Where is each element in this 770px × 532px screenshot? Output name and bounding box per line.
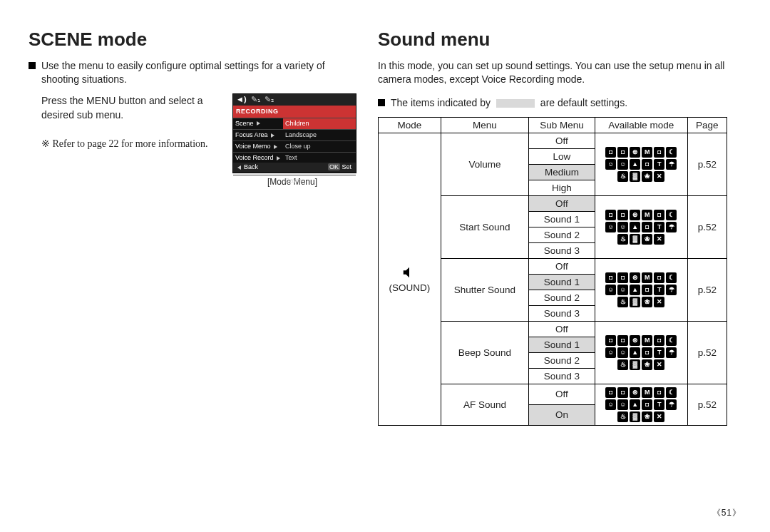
page-cell: p.52 — [687, 321, 727, 384]
mode-menu-screenshot: ◄) ✎₁ ✎₂ RECORDING SceneChildrenFocus Ar… — [232, 93, 356, 173]
submenu-cell: Sound 1 — [529, 211, 595, 227]
available-mode-cell: ◘◘⊛M◘☾☺☺▲◘T☂♨▓❀✕ — [595, 384, 687, 425]
ss-ok: OK — [328, 163, 340, 170]
page-number: 《51》 — [712, 507, 741, 519]
ss-left-cell — [233, 175, 283, 186]
back-arrow-icon — [237, 165, 241, 170]
scene-bullet-text: Use the menu to easily configure optimal… — [41, 59, 356, 86]
ss-right-cell: Children — [283, 118, 356, 129]
submenu-cell: Off — [529, 133, 595, 148]
bullet-icon — [378, 99, 385, 106]
th-avail: Available mode — [595, 117, 687, 133]
default-note: The items indicated by are default setti… — [391, 96, 627, 110]
page-cell: p.52 — [687, 258, 727, 321]
press-text: Press the MENU button and select a desir… — [41, 93, 228, 123]
available-mode-cell: ◘◘⊛M◘☾☺☺▲◘T☂♨▓❀✕ — [595, 195, 687, 258]
sound-title: Sound menu — [378, 29, 727, 51]
tool2-tab-icon: ✎₂ — [265, 94, 274, 106]
available-mode-cell: ◘◘⊛M◘☾☺☺▲◘T☂♨▓❀✕ — [595, 321, 687, 384]
sound-intro: In this mode, you can set up sound setti… — [378, 59, 727, 86]
submenu-cell: Medium — [529, 164, 595, 180]
page-cell: p.52 — [687, 133, 727, 195]
submenu-cell: Sound 2 — [529, 290, 595, 305]
submenu-cell: Sound 1 — [529, 337, 595, 352]
ss-right-cell: Close up — [283, 140, 356, 152]
ss-back: Back — [244, 163, 258, 170]
submenu-cell: Off — [529, 258, 595, 274]
ss-left-cell: Voice Memo — [233, 140, 283, 152]
available-mode-cell: ◘◘⊛M◘☾☺☺▲◘T☂♨▓❀✕ — [595, 133, 687, 195]
refer-text: ※ Refer to page 22 for more information. — [41, 138, 208, 149]
submenu-cell: High — [529, 180, 595, 195]
ss-right-cell: Landscape — [283, 129, 356, 140]
submenu-cell: Off — [529, 321, 595, 337]
page-cell: p.52 — [687, 195, 727, 258]
submenu-cell: Sound 2 — [529, 227, 595, 242]
menu-cell: AF Sound — [441, 384, 528, 425]
sound-menu-column: Sound menu In this mode, you can set up … — [371, 0, 749, 426]
default-swatch-icon — [496, 99, 535, 108]
page-cell: p.52 — [687, 384, 727, 425]
menu-cell: Start Sound — [441, 195, 528, 258]
th-sub: Sub Menu — [529, 117, 595, 133]
mode-cell: (SOUND) — [379, 133, 441, 425]
sound-table: Mode Menu Sub Menu Available mode Page (… — [378, 117, 727, 426]
ss-left-cell: Scene — [233, 118, 283, 129]
scene-title: SCENE mode — [29, 29, 356, 51]
menu-cell: Beep Sound — [441, 321, 528, 384]
submenu-cell: Off — [529, 384, 595, 404]
ss-left-cell: Voice Record — [233, 152, 283, 163]
submenu-cell: Sound 3 — [529, 368, 595, 384]
submenu-cell: Low — [529, 148, 595, 164]
available-mode-cell: ◘◘⊛M◘☾☺☺▲◘T☂♨▓❀✕ — [595, 258, 687, 321]
speaker-tab-icon: ◄) — [236, 94, 247, 106]
ss-set: Set — [342, 163, 351, 170]
th-page: Page — [687, 117, 727, 133]
ss-left-cell: Focus Area — [233, 129, 283, 140]
bullet-icon — [29, 62, 36, 69]
submenu-cell: Sound 3 — [529, 242, 595, 258]
speaker-icon — [383, 265, 436, 282]
ss-right-cell: Dawn — [283, 175, 356, 186]
menu-cell: Shutter Sound — [441, 258, 528, 321]
mode-label: (SOUND) — [383, 282, 436, 293]
menu-cell: Volume — [441, 133, 528, 195]
submenu-cell: Sound 2 — [529, 352, 595, 368]
th-menu: Menu — [441, 117, 528, 133]
tool1-tab-icon: ✎₁ — [251, 94, 260, 106]
submenu-cell: Sound 1 — [529, 274, 595, 290]
th-mode: Mode — [379, 117, 441, 133]
submenu-cell: Off — [529, 195, 595, 211]
ss-right-cell: Text — [283, 152, 356, 163]
submenu-cell: On — [529, 404, 595, 425]
submenu-cell: Sound 3 — [529, 305, 595, 321]
ss-header: RECORDING — [233, 106, 356, 118]
scene-mode-column: SCENE mode Use the menu to easily config… — [0, 0, 371, 426]
